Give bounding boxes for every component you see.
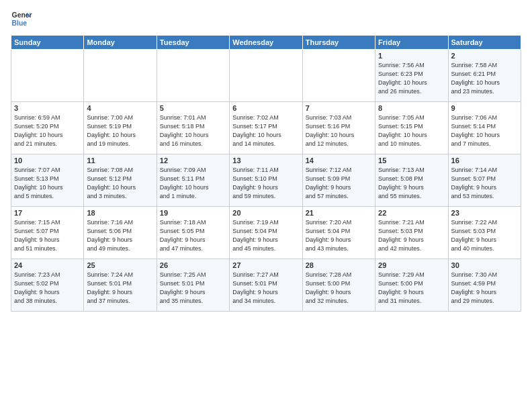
day-content: Sunrise: 7:27 AM Sunset: 5:01 PM Dayligh… bbox=[232, 271, 299, 306]
day-number: 12 bbox=[160, 156, 226, 165]
day-cell: 6Sunrise: 7:02 AM Sunset: 5:17 PM Daylig… bbox=[230, 102, 302, 154]
day-number: 20 bbox=[232, 209, 299, 217]
day-cell: 27Sunrise: 7:27 AM Sunset: 5:01 PM Dayli… bbox=[230, 259, 302, 312]
svg-text:Blue: Blue bbox=[12, 19, 28, 27]
day-content: Sunrise: 7:06 AM Sunset: 5:14 PM Dayligh… bbox=[451, 113, 518, 148]
day-number: 30 bbox=[451, 261, 518, 269]
col-header-thursday: Thursday bbox=[302, 36, 375, 50]
logo-icon: General Blue bbox=[11, 8, 32, 30]
day-cell: 4Sunrise: 7:00 AM Sunset: 5:19 PM Daylig… bbox=[84, 102, 157, 154]
day-cell: 10Sunrise: 7:07 AM Sunset: 5:13 PM Dayli… bbox=[11, 154, 84, 207]
col-header-wednesday: Wednesday bbox=[230, 36, 302, 50]
day-content: Sunrise: 7:28 AM Sunset: 5:00 PM Dayligh… bbox=[306, 271, 372, 306]
day-cell bbox=[157, 50, 229, 102]
day-content: Sunrise: 7:02 AM Sunset: 5:17 PM Dayligh… bbox=[232, 113, 299, 148]
day-content: Sunrise: 7:11 AM Sunset: 5:10 PM Dayligh… bbox=[232, 166, 299, 201]
day-number: 27 bbox=[232, 261, 299, 269]
day-content: Sunrise: 7:24 AM Sunset: 5:01 PM Dayligh… bbox=[87, 271, 153, 306]
day-cell bbox=[302, 50, 375, 102]
day-number: 1 bbox=[378, 52, 445, 60]
day-number: 13 bbox=[232, 156, 299, 165]
day-content: Sunrise: 7:23 AM Sunset: 5:02 PM Dayligh… bbox=[14, 271, 81, 306]
day-content: Sunrise: 6:59 AM Sunset: 5:20 PM Dayligh… bbox=[14, 113, 81, 148]
week-row-4: 24Sunrise: 7:23 AM Sunset: 5:02 PM Dayli… bbox=[11, 259, 521, 312]
day-number: 5 bbox=[160, 104, 226, 112]
day-content: Sunrise: 7:20 AM Sunset: 5:04 PM Dayligh… bbox=[306, 218, 372, 253]
day-cell: 14Sunrise: 7:12 AM Sunset: 5:09 PM Dayli… bbox=[302, 154, 375, 207]
day-cell: 18Sunrise: 7:16 AM Sunset: 5:06 PM Dayli… bbox=[84, 207, 157, 259]
day-cell: 1Sunrise: 7:56 AM Sunset: 6:23 PM Daylig… bbox=[375, 50, 448, 102]
day-content: Sunrise: 7:12 AM Sunset: 5:09 PM Dayligh… bbox=[306, 166, 372, 201]
calendar-table: SundayMondayTuesdayWednesdayThursdayFrid… bbox=[11, 35, 521, 312]
day-number: 26 bbox=[160, 261, 226, 269]
week-row-2: 10Sunrise: 7:07 AM Sunset: 5:13 PM Dayli… bbox=[11, 154, 521, 207]
day-number: 18 bbox=[87, 209, 153, 217]
day-content: Sunrise: 7:14 AM Sunset: 5:07 PM Dayligh… bbox=[451, 166, 518, 201]
day-cell: 26Sunrise: 7:25 AM Sunset: 5:01 PM Dayli… bbox=[157, 259, 229, 312]
day-content: Sunrise: 7:01 AM Sunset: 5:18 PM Dayligh… bbox=[160, 113, 226, 148]
day-cell bbox=[84, 50, 157, 102]
day-content: Sunrise: 7:16 AM Sunset: 5:06 PM Dayligh… bbox=[87, 218, 153, 253]
day-number: 16 bbox=[451, 156, 518, 165]
day-content: Sunrise: 7:00 AM Sunset: 5:19 PM Dayligh… bbox=[87, 113, 153, 148]
day-content: Sunrise: 7:30 AM Sunset: 4:59 PM Dayligh… bbox=[451, 271, 518, 306]
day-cell: 3Sunrise: 6:59 AM Sunset: 5:20 PM Daylig… bbox=[11, 102, 84, 154]
day-content: Sunrise: 7:05 AM Sunset: 5:15 PM Dayligh… bbox=[378, 113, 445, 148]
day-cell: 25Sunrise: 7:24 AM Sunset: 5:01 PM Dayli… bbox=[84, 259, 157, 312]
day-cell: 8Sunrise: 7:05 AM Sunset: 5:15 PM Daylig… bbox=[375, 102, 448, 154]
day-cell: 30Sunrise: 7:30 AM Sunset: 4:59 PM Dayli… bbox=[448, 259, 521, 312]
day-cell bbox=[11, 50, 84, 102]
day-cell: 24Sunrise: 7:23 AM Sunset: 5:02 PM Dayli… bbox=[11, 259, 84, 312]
day-content: Sunrise: 7:09 AM Sunset: 5:11 PM Dayligh… bbox=[160, 166, 226, 201]
day-number: 23 bbox=[451, 209, 518, 217]
day-number: 15 bbox=[378, 156, 445, 165]
day-cell: 15Sunrise: 7:13 AM Sunset: 5:08 PM Dayli… bbox=[375, 154, 448, 207]
day-number: 14 bbox=[306, 156, 372, 165]
day-content: Sunrise: 7:29 AM Sunset: 5:00 PM Dayligh… bbox=[378, 271, 445, 306]
day-number: 9 bbox=[451, 104, 518, 112]
day-number: 7 bbox=[306, 104, 372, 112]
day-cell: 29Sunrise: 7:29 AM Sunset: 5:00 PM Dayli… bbox=[375, 259, 448, 312]
day-cell bbox=[230, 50, 302, 102]
day-number: 4 bbox=[87, 104, 153, 112]
day-number: 11 bbox=[87, 156, 153, 165]
day-content: Sunrise: 7:03 AM Sunset: 5:16 PM Dayligh… bbox=[306, 113, 372, 148]
day-content: Sunrise: 7:22 AM Sunset: 5:03 PM Dayligh… bbox=[451, 218, 518, 253]
col-header-monday: Monday bbox=[84, 36, 157, 50]
day-number: 2 bbox=[451, 52, 518, 60]
day-content: Sunrise: 7:15 AM Sunset: 5:07 PM Dayligh… bbox=[14, 218, 81, 253]
day-content: Sunrise: 7:25 AM Sunset: 5:01 PM Dayligh… bbox=[160, 271, 226, 306]
col-header-friday: Friday bbox=[375, 36, 448, 50]
day-cell: 16Sunrise: 7:14 AM Sunset: 5:07 PM Dayli… bbox=[448, 154, 521, 207]
day-number: 24 bbox=[14, 261, 81, 269]
day-number: 22 bbox=[378, 209, 445, 217]
day-number: 25 bbox=[87, 261, 153, 269]
day-cell: 5Sunrise: 7:01 AM Sunset: 5:18 PM Daylig… bbox=[157, 102, 229, 154]
day-number: 10 bbox=[14, 156, 81, 165]
day-cell: 11Sunrise: 7:08 AM Sunset: 5:12 PM Dayli… bbox=[84, 154, 157, 207]
page: General Blue SundayMondayTuesdayWednesda… bbox=[0, 0, 532, 411]
day-number: 21 bbox=[306, 209, 372, 217]
day-number: 8 bbox=[378, 104, 445, 112]
col-header-saturday: Saturday bbox=[448, 36, 521, 50]
day-cell: 22Sunrise: 7:21 AM Sunset: 5:03 PM Dayli… bbox=[375, 207, 448, 259]
day-content: Sunrise: 7:21 AM Sunset: 5:03 PM Dayligh… bbox=[378, 218, 445, 253]
header-row: SundayMondayTuesdayWednesdayThursdayFrid… bbox=[11, 36, 521, 50]
logo: General Blue bbox=[11, 8, 35, 30]
day-number: 28 bbox=[306, 261, 372, 269]
day-content: Sunrise: 7:13 AM Sunset: 5:08 PM Dayligh… bbox=[378, 166, 445, 201]
day-number: 3 bbox=[14, 104, 81, 112]
week-row-1: 3Sunrise: 6:59 AM Sunset: 5:20 PM Daylig… bbox=[11, 102, 521, 154]
day-number: 29 bbox=[378, 261, 445, 269]
col-header-sunday: Sunday bbox=[11, 36, 84, 50]
day-content: Sunrise: 7:08 AM Sunset: 5:12 PM Dayligh… bbox=[87, 166, 153, 201]
day-cell: 12Sunrise: 7:09 AM Sunset: 5:11 PM Dayli… bbox=[157, 154, 229, 207]
day-cell: 9Sunrise: 7:06 AM Sunset: 5:14 PM Daylig… bbox=[448, 102, 521, 154]
day-cell: 23Sunrise: 7:22 AM Sunset: 5:03 PM Dayli… bbox=[448, 207, 521, 259]
col-header-tuesday: Tuesday bbox=[157, 36, 229, 50]
day-cell: 2Sunrise: 7:58 AM Sunset: 6:21 PM Daylig… bbox=[448, 50, 521, 102]
day-cell: 21Sunrise: 7:20 AM Sunset: 5:04 PM Dayli… bbox=[302, 207, 375, 259]
day-content: Sunrise: 7:18 AM Sunset: 5:05 PM Dayligh… bbox=[160, 218, 226, 253]
day-number: 17 bbox=[14, 209, 81, 217]
day-cell: 13Sunrise: 7:11 AM Sunset: 5:10 PM Dayli… bbox=[230, 154, 302, 207]
